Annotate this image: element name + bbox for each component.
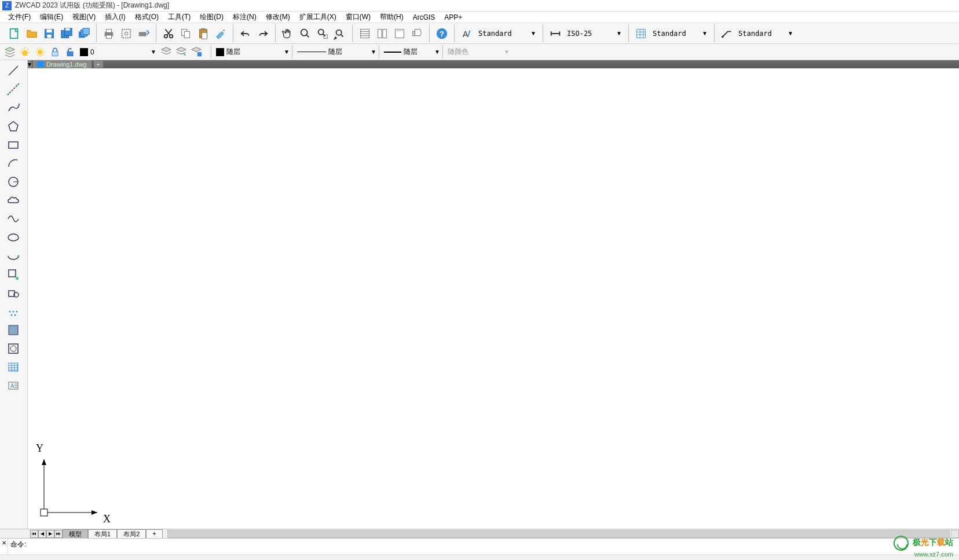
copy-button[interactable] [177,25,195,42]
plotstyle-combo[interactable]: 随颜色 ▼ [442,45,512,59]
lineweight-combo[interactable]: 随层 ▼ [379,45,442,59]
mtext-button[interactable]: A [0,376,27,395]
zoom-button[interactable] [297,25,314,42]
layer-previous-button[interactable] [159,45,174,60]
command-input[interactable]: 命令: [8,539,959,554]
pan-button[interactable] [279,25,297,42]
svg-rect-11 [106,29,111,32]
save-button[interactable] [41,25,58,42]
zoom-window-button[interactable] [314,25,331,42]
layer-state-button[interactable] [174,45,189,60]
svg-rect-63 [9,344,18,353]
layer-unlock-icon[interactable] [63,45,78,60]
mleader-style-icon[interactable] [718,25,735,42]
layer-freeze-icon[interactable] [32,45,47,60]
layer-combo[interactable]: 0 ▼ [78,45,159,59]
document-tab-label: Drawing1.dwg [46,61,87,68]
menu-insert[interactable]: 插入(I) [101,11,129,23]
new-tab-button[interactable]: + [94,61,103,68]
paste-button[interactable] [195,25,212,42]
tab-add-layout[interactable]: + [146,529,162,538]
svg-marker-47 [9,122,18,131]
hatch-button[interactable] [0,321,27,339]
menu-modify[interactable]: 修改(M) [262,11,294,23]
spline-button[interactable] [0,210,27,228]
gradient-button[interactable] [0,339,27,358]
match-properties-button[interactable] [212,25,229,42]
nav-first-button[interactable]: ⏮ [30,530,38,538]
tab-model[interactable]: 模型 [63,529,88,538]
menu-app[interactable]: APP+ [441,12,466,23]
insert-block-button[interactable] [0,265,27,284]
point-button[interactable] [0,302,27,321]
nav-last-button[interactable]: ⏭ [54,530,63,538]
redo-button[interactable] [254,25,272,42]
table-button[interactable] [0,358,27,376]
design-center-button[interactable] [374,25,391,42]
arc-button[interactable] [0,154,27,173]
properties-button[interactable] [356,25,374,42]
table-style-icon[interactable] [632,25,650,42]
ellipse-arc-button[interactable] [0,247,27,265]
horizontal-scrollbar[interactable] [167,530,950,538]
print-preview-button[interactable] [118,25,135,42]
zoom-previous-button[interactable] [331,25,349,42]
dropdown-icon: ▼ [371,49,376,55]
text-style-combo[interactable]: Standard ▼ [475,28,539,39]
tool-palettes-button[interactable] [391,25,408,42]
tab-layout1[interactable]: 布局1 [88,529,117,538]
color-combo[interactable]: 随层 ▼ [211,45,292,59]
standard-toolbar: ? A Standard ▼ ISO-25 ▼ Standard ▼ Stand… [0,23,959,44]
svg-rect-72 [41,509,47,516]
drawing-canvas[interactable]: X Y [28,68,959,529]
new-button[interactable] [6,25,23,42]
nav-next-button[interactable]: ▶ [46,530,54,538]
menu-extend[interactable]: 扩展工具(X) [296,11,340,23]
menu-dimension[interactable]: 标注(N) [229,11,260,23]
mleader-style-combo[interactable]: Standard ▼ [735,28,796,39]
polygon-button[interactable] [0,117,27,136]
menu-draw[interactable]: 绘图(D) [196,11,227,23]
svg-point-52 [8,234,19,241]
table-style-combo[interactable]: Standard ▼ [650,28,711,39]
layer-walk-button[interactable] [189,45,204,60]
menu-file[interactable]: 文件(F) [5,11,34,23]
rectangle-button[interactable] [0,136,27,154]
nav-prev-button[interactable]: ◀ [38,530,46,538]
tab-menu-button[interactable]: ▾ [28,60,32,68]
publish-button[interactable] [135,25,152,42]
circle-button[interactable] [0,173,27,191]
ellipse-button[interactable] [0,228,27,247]
menu-arcgis[interactable]: ArcGIS [409,12,439,23]
menu-edit[interactable]: 编辑(E) [36,11,67,23]
dropdown-icon: ▼ [616,30,622,36]
undo-button[interactable] [237,25,254,42]
menu-help[interactable]: 帮助(H) [376,11,407,23]
text-style-icon[interactable]: A [458,25,475,42]
construction-line-button[interactable] [0,80,27,98]
menu-tools[interactable]: 工具(T) [164,11,194,23]
revision-cloud-button[interactable] [0,191,27,210]
sheet-set-button[interactable] [408,25,426,42]
tab-layout2[interactable]: 布局2 [117,529,146,538]
line-button[interactable] [0,61,27,80]
make-block-button[interactable] [0,284,27,302]
linetype-combo[interactable]: 随层 ▼ [292,45,379,59]
cut-button[interactable] [160,25,177,42]
dim-style-combo[interactable]: ISO-25 ▼ [564,28,625,39]
layer-lock-icon[interactable] [47,45,63,60]
saveas-button[interactable] [58,25,75,42]
help-button[interactable]: ? [433,25,451,42]
layer-on-icon[interactable] [17,45,32,60]
layer-manager-button[interactable] [2,45,17,60]
menu-format[interactable]: 格式(O) [131,11,162,23]
menu-window[interactable]: 窗口(W) [342,11,374,23]
open-button[interactable] [23,25,41,42]
dim-style-icon[interactable] [547,25,564,42]
saveall-button[interactable] [75,25,93,42]
document-tab[interactable]: Drawing1.dwg [32,60,91,68]
command-close-button[interactable]: ✕ [0,539,8,554]
print-button[interactable] [100,25,118,42]
polyline-button[interactable] [0,98,27,117]
menu-view[interactable]: 视图(V) [69,11,99,23]
